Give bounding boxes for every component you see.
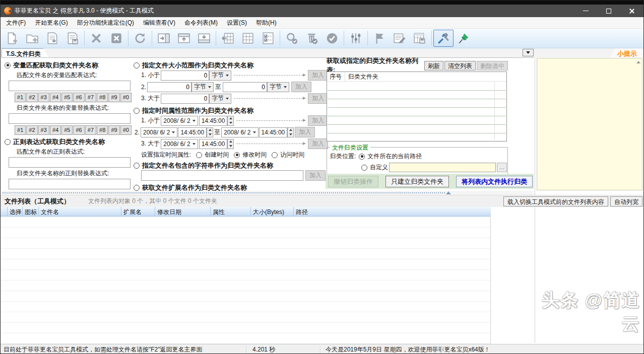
var-button-7[interactable]: #7 [85, 93, 96, 102]
radio-row-regex[interactable]: 正则表达式获取归类文件夹名称 [5, 137, 132, 146]
var-button-7[interactable]: #7 [85, 125, 96, 135]
column-icon[interactable]: 图标 [23, 207, 39, 216]
radio-row-contain[interactable]: 指定文件名包含的字符串作为归类文件夹名称 [134, 161, 328, 170]
radio-row-create-time[interactable]: 创建时间 [196, 151, 229, 159]
var-button-0[interactable]: #0 [120, 93, 132, 102]
radio-access-time[interactable] [272, 152, 278, 158]
tab-file-classify[interactable]: T.S.文件归类 [2, 48, 49, 57]
trash-check-button[interactable] [302, 30, 322, 47]
time-row3-add-button[interactable]: 加入 [308, 138, 328, 149]
refresh-list-button[interactable]: 刷新 [424, 61, 443, 70]
flag-button[interactable] [369, 30, 390, 47]
radio-time-range[interactable] [134, 108, 140, 114]
var-button-1[interactable]: #1 [15, 93, 26, 102]
regex-match-input[interactable] [9, 157, 131, 168]
column-size[interactable]: 大小(Bytes) [251, 207, 294, 216]
size-row2-add-button[interactable]: 加入 [291, 82, 311, 92]
column-attributes[interactable]: 属性 [211, 207, 251, 216]
panel-right-button[interactable] [154, 30, 174, 47]
tool-mode-button[interactable] [433, 30, 454, 47]
checklist-button[interactable] [258, 30, 278, 47]
time-row1-date-select[interactable]: 2008/ 6/ 2 [161, 116, 198, 126]
var-button-4[interactable]: #4 [50, 93, 61, 102]
time-row2-spinner-from[interactable] [207, 127, 213, 137]
check-all-button[interactable] [322, 30, 342, 47]
column-select[interactable]: 选择 [8, 207, 23, 216]
delete-all-button[interactable] [106, 30, 126, 47]
browse-button[interactable]: ... [497, 163, 507, 172]
var-button-6[interactable]: #6 [73, 125, 84, 135]
pin-button[interactable] [454, 30, 474, 47]
var-button-6[interactable]: #6 [73, 93, 84, 102]
size-row3-add-button[interactable]: 加入 [308, 93, 328, 104]
radio-contain-string[interactable] [134, 163, 140, 169]
menu-file[interactable]: 文件(F) [2, 17, 30, 29]
size-row2-input-to[interactable] [223, 82, 267, 92]
var-button-8[interactable]: #8 [97, 93, 108, 102]
var-button-9[interactable]: #9 [108, 93, 119, 102]
time-row2-time-from[interactable]: 14:45:00 [178, 127, 207, 137]
size-row3-unit-select[interactable]: 字节 [209, 94, 231, 104]
sliders-button[interactable] [346, 30, 366, 47]
add-folder-button[interactable] [22, 30, 42, 47]
import-list-button[interactable] [42, 30, 62, 47]
menu-start-rename[interactable]: 开始更名(G) [30, 17, 72, 29]
folder-list-box[interactable]: 序号 归类文件夹 [327, 72, 507, 141]
grid-insert-button[interactable] [218, 30, 238, 47]
var-button-4[interactable]: #4 [50, 125, 61, 135]
menu-settings[interactable]: 设置(S) [222, 17, 251, 29]
column-modified-date[interactable]: 修改日期 [155, 207, 211, 216]
time-row2-spinner-to[interactable] [287, 127, 294, 137]
time-row1-spinner[interactable] [227, 116, 234, 126]
var-button-8[interactable]: #8 [97, 125, 108, 135]
var-button-3[interactable]: #3 [38, 125, 49, 135]
tab-overflow-button[interactable] [523, 49, 534, 56]
column-blank[interactable] [1, 207, 8, 216]
time-row2-time-to[interactable]: 14:45:00 [259, 127, 288, 137]
var-button-2[interactable]: #2 [26, 125, 37, 135]
search-check-button[interactable] [282, 30, 302, 47]
var-button-9[interactable]: #9 [108, 125, 119, 135]
tab-tip-label[interactable]: 小提示 [609, 48, 642, 57]
contain-add-button[interactable]: 加入 [305, 170, 326, 181]
radio-row-variable-match[interactable]: 变量匹配获取归类文件夹名称 [5, 61, 132, 69]
undo-classify-button[interactable]: 撤销归类操作 [328, 176, 378, 187]
menu-edit-view[interactable]: 编辑查看(V) [139, 17, 180, 29]
minimize-button[interactable] [574, 5, 597, 17]
size-row1-unit-select[interactable]: 字节 [209, 70, 231, 81]
replace-expression-input[interactable] [9, 113, 131, 124]
time-row3-date-select[interactable]: 2008/ 6/ 2 [161, 139, 198, 149]
folder-list-body[interactable] [328, 82, 506, 140]
autofit-columns-button[interactable]: 自动列宽 [610, 196, 642, 206]
horizontal-splitter[interactable] [2, 191, 534, 195]
radio-row-modify-time[interactable]: 修改时间 [234, 151, 267, 159]
save-list-button[interactable] [62, 30, 83, 47]
radio-row-time[interactable]: 指定时间属性范围作为归类文件夹名称 [134, 106, 328, 115]
radio-extension[interactable] [134, 185, 140, 191]
time-row1-time-value[interactable]: 14:45:00 [199, 116, 228, 126]
delete-selected-button[interactable]: 删除选中 [477, 61, 508, 70]
var-button-5[interactable]: #5 [61, 93, 73, 102]
size-row2-unit-select-from[interactable]: 字节 [191, 82, 214, 92]
radio-variable-match[interactable] [5, 62, 11, 68]
radio-row-access-time[interactable]: 访问时间 [272, 151, 304, 159]
delete-button[interactable] [86, 30, 106, 47]
execute-classify-button[interactable]: 将列表内文件执行归类 [456, 176, 533, 187]
size-row1-add-button[interactable]: 加入 [308, 70, 328, 81]
menu-quick-locate[interactable]: 部分功能快速定位(Q) [73, 17, 139, 29]
column-extension[interactable]: 扩展名 [121, 207, 155, 216]
radio-modify-time[interactable] [234, 152, 240, 158]
radio-custom-path[interactable] [361, 165, 367, 171]
clear-list-button[interactable]: 清空列表 [444, 61, 476, 70]
match-expression-input[interactable] [9, 81, 131, 91]
grid-view-button[interactable] [238, 30, 258, 47]
close-button[interactable] [620, 5, 643, 17]
panel-top-button[interactable] [174, 30, 194, 47]
radio-current-path[interactable] [359, 154, 365, 160]
panel-bottom-button[interactable] [194, 30, 214, 47]
time-row2-add-button[interactable]: 加入 [295, 127, 315, 137]
new-file-button[interactable] [2, 30, 22, 47]
menu-help[interactable]: 帮助(H) [251, 17, 281, 29]
var-button-0[interactable]: #0 [120, 125, 132, 135]
size-row1-input[interactable] [161, 70, 209, 81]
